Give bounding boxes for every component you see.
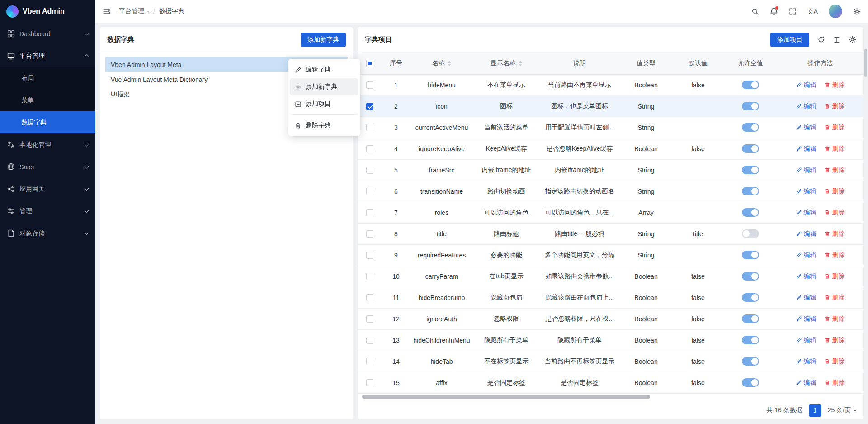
nullable-toggle[interactable]: [742, 293, 759, 302]
delete-link[interactable]: 删除: [824, 315, 844, 323]
menu-fold-icon[interactable]: [103, 7, 111, 15]
delete-link[interactable]: 删除: [824, 379, 844, 387]
nullable-toggle[interactable]: [742, 229, 759, 238]
table-row[interactable]: 4 ignoreKeepAlive KeepAlive缓存 是否忽略KeepAl…: [358, 138, 863, 159]
context-menu-edit-dictionary[interactable]: 编辑字典: [290, 61, 358, 78]
delete-link[interactable]: 删除: [824, 102, 844, 110]
nullable-toggle[interactable]: [742, 357, 759, 366]
context-menu-add-dictionary[interactable]: 添加新字典: [290, 78, 358, 95]
context-menu-add-item[interactable]: 添加项目: [290, 95, 358, 113]
row-checkbox[interactable]: [366, 337, 373, 344]
add-item-button[interactable]: 添加项目: [770, 33, 809, 47]
row-checkbox[interactable]: [366, 379, 373, 386]
sidebar-item-gateway[interactable]: 应用网关: [0, 178, 95, 200]
row-checkbox[interactable]: [366, 273, 373, 280]
delete-link[interactable]: 删除: [824, 294, 844, 302]
row-checkbox[interactable]: [366, 315, 373, 323]
table-row[interactable]: 13 hideChildrenInMenu 隐藏所有子菜单 隐藏所有子菜单 Bo…: [358, 329, 863, 351]
table-row[interactable]: 12 ignoreAuth 忽略权限 是否忽略权限，只在权... Boolean…: [358, 308, 863, 329]
table-row[interactable]: 15 affix 是否固定标签 是否固定标签 Boolean false: [358, 372, 863, 393]
edit-link[interactable]: 编辑: [796, 315, 816, 323]
edit-link[interactable]: 编辑: [796, 357, 816, 366]
nullable-toggle[interactable]: [742, 336, 759, 344]
table-row[interactable]: 8 title 路由标题 路由title 一般必填 String title: [358, 223, 863, 244]
table-row[interactable]: 7 roles 可以访问的角色 可以访问的角色，只在... Array: [358, 202, 863, 223]
nullable-toggle[interactable]: [742, 81, 759, 89]
horizontal-scrollbar-thumb[interactable]: [362, 395, 650, 399]
sidebar-item-saas[interactable]: Saas: [0, 156, 95, 178]
nullable-toggle[interactable]: [742, 123, 759, 132]
column-settings-icon[interactable]: [849, 36, 856, 43]
sidebar-item-management[interactable]: 管理: [0, 200, 95, 222]
row-checkbox[interactable]: [366, 252, 373, 259]
edit-link[interactable]: 编辑: [796, 230, 816, 238]
nullable-toggle[interactable]: [742, 144, 759, 153]
row-checkbox[interactable]: [366, 103, 373, 110]
vertical-scrollbar-thumb[interactable]: [864, 49, 867, 77]
delete-link[interactable]: 删除: [824, 81, 844, 89]
table-row[interactable]: 1 hideMenu 不在菜单显示 当前路由不再菜单显示 Boolean fal…: [358, 74, 863, 95]
edit-link[interactable]: 编辑: [796, 379, 816, 387]
sidebar-subitem-layout[interactable]: 布局: [0, 67, 95, 89]
delete-link[interactable]: 删除: [824, 272, 844, 281]
row-height-icon[interactable]: [833, 36, 840, 43]
edit-link[interactable]: 编辑: [796, 336, 816, 344]
row-checkbox[interactable]: [366, 81, 373, 89]
sidebar-subitem-data-dictionary[interactable]: 数据字典: [0, 111, 95, 133]
edit-link[interactable]: 编辑: [796, 209, 816, 217]
delete-link[interactable]: 删除: [824, 251, 844, 259]
edit-link[interactable]: 编辑: [796, 187, 816, 195]
breadcrumb-root[interactable]: 平台管理: [119, 7, 149, 15]
sidebar-item-dashboard[interactable]: Dashboard: [0, 23, 95, 45]
sidebar-item-localization[interactable]: 本地化管理: [0, 133, 95, 156]
edit-link[interactable]: 编辑: [796, 81, 816, 89]
table-row[interactable]: 9 requiredFeatures 必要的功能 多个功能间用英文，分隔 Str…: [358, 244, 863, 266]
sort-icon[interactable]: [519, 61, 522, 66]
row-checkbox[interactable]: [366, 358, 373, 365]
sidebar-subitem-menu[interactable]: 菜单: [0, 89, 95, 111]
logo[interactable]: Vben Admin: [0, 0, 95, 23]
add-dictionary-button[interactable]: 添加新字典: [301, 33, 346, 47]
avatar[interactable]: [829, 5, 842, 18]
row-checkbox[interactable]: [366, 124, 373, 131]
row-checkbox[interactable]: [366, 167, 373, 174]
delete-link[interactable]: 删除: [824, 230, 844, 238]
nullable-toggle[interactable]: [742, 378, 759, 387]
nullable-toggle[interactable]: [742, 187, 759, 195]
select-all-checkbox[interactable]: [366, 60, 373, 67]
edit-link[interactable]: 编辑: [796, 294, 816, 302]
row-checkbox[interactable]: [366, 209, 373, 216]
nullable-toggle[interactable]: [742, 102, 759, 110]
sidebar-item-platform-management[interactable]: 平台管理: [0, 45, 95, 67]
edit-link[interactable]: 编辑: [796, 166, 816, 174]
sidebar-item-object-storage[interactable]: 对象存储: [0, 222, 95, 244]
settings-icon[interactable]: [853, 8, 861, 15]
notification-button[interactable]: [770, 7, 778, 15]
delete-link[interactable]: 删除: [824, 187, 844, 195]
sort-icon[interactable]: [448, 61, 451, 66]
table-row[interactable]: 6 transitionName 路由切换动画 指定该路由切换的动画名 Stri…: [358, 181, 863, 202]
edit-link[interactable]: 编辑: [796, 145, 816, 153]
row-checkbox[interactable]: [366, 294, 373, 301]
table-row[interactable]: 10 carryParam 在tab页显示 如果该路由会携带参数... Bool…: [358, 266, 863, 287]
pagination-page-1[interactable]: 1: [809, 404, 821, 417]
row-checkbox[interactable]: [366, 188, 373, 195]
row-checkbox[interactable]: [366, 145, 373, 152]
fullscreen-icon[interactable]: [789, 8, 797, 15]
nullable-toggle[interactable]: [742, 251, 759, 259]
nullable-toggle[interactable]: [742, 166, 759, 174]
table-row[interactable]: 2 icon 图标 图标，也是菜单图标 String: [358, 95, 863, 117]
delete-link[interactable]: 删除: [824, 166, 844, 174]
delete-link[interactable]: 删除: [824, 209, 844, 217]
delete-link[interactable]: 删除: [824, 145, 844, 153]
table-row[interactable]: 11 hideBreadcrumb 隐藏面包屑 隐藏该路由在面包屑上... Bo…: [358, 287, 863, 308]
context-menu-delete-dictionary[interactable]: 删除字典: [290, 117, 358, 134]
edit-link[interactable]: 编辑: [796, 272, 816, 281]
delete-link[interactable]: 删除: [824, 357, 844, 366]
edit-link[interactable]: 编辑: [796, 102, 816, 110]
row-checkbox[interactable]: [366, 230, 373, 238]
edit-link[interactable]: 编辑: [796, 251, 816, 259]
delete-link[interactable]: 删除: [824, 336, 844, 344]
nullable-toggle[interactable]: [742, 272, 759, 281]
table-row[interactable]: 3 currentActiveMenu 当前激活的菜单 用于配置详情页时左侧..…: [358, 117, 863, 138]
